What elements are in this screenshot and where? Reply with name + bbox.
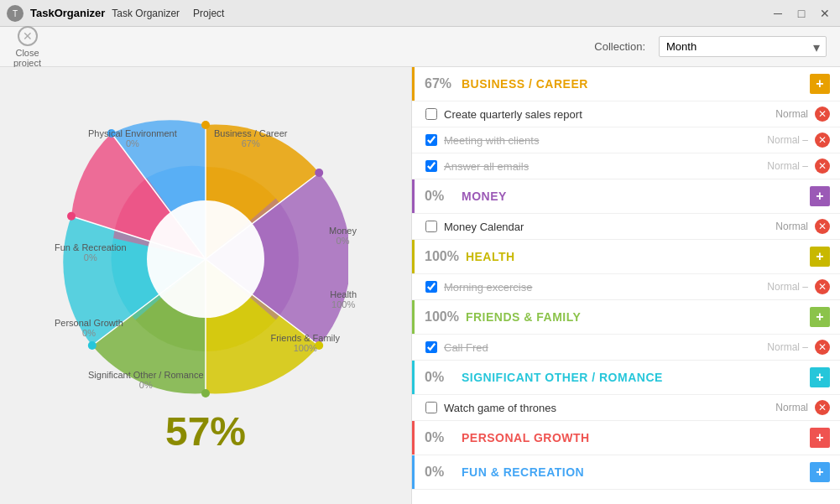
window-controls: ─ □ ✕: [770, 5, 833, 22]
label-friends: Friends & Family100%: [270, 333, 340, 353]
maximize-button[interactable]: □: [793, 5, 810, 22]
task-name: Call Fred: [444, 341, 760, 354]
label-physical: Physical Environment0%: [88, 128, 177, 148]
task-priority: Normal: [775, 402, 808, 413]
category-pct-personal: 0%: [425, 430, 455, 445]
task-checkbox[interactable]: [425, 402, 437, 413]
label-health: Health100%: [330, 289, 357, 309]
toolbar: ✕ Closeproject Collection: Month Week Ye…: [0, 27, 840, 67]
close-window-button[interactable]: ✕: [817, 5, 833, 22]
task-name: Watch game of thrones: [444, 402, 769, 414]
category-money: 0% MONEY + Money Calendar Normal ✕: [412, 179, 840, 240]
close-project-label: Closeproject: [13, 48, 41, 68]
svg-point-10: [201, 121, 210, 129]
task-checkbox[interactable]: [425, 281, 437, 293]
label-business: Business / Career67%: [214, 128, 287, 148]
task-delete-button[interactable]: ✕: [815, 132, 830, 148]
label-romance: Significant Other / Romance0%: [88, 370, 204, 390]
add-task-business-button[interactable]: +: [810, 74, 830, 94]
category-header-romance: 0% SIGNIFICANT OTHER / ROMANCE +: [412, 361, 840, 394]
category-header-money: 0% MONEY +: [412, 179, 840, 213]
label-personal: Personal Growth0%: [55, 318, 123, 338]
category-name-personal: PERSONAL GROWTH: [462, 431, 803, 444]
task-priority: Normal –: [767, 160, 808, 172]
task-checkbox[interactable]: [425, 108, 437, 120]
category-header-personal: 0% PERSONAL GROWTH +: [412, 421, 840, 455]
category-romance: 0% SIGNIFICANT OTHER / ROMANCE + Watch g…: [412, 361, 840, 421]
category-name-health: HEALTH: [466, 250, 803, 263]
task-checkbox[interactable]: [425, 221, 437, 232]
right-panel[interactable]: 67% BUSINESS / CAREER + Create quarterly…: [411, 67, 840, 504]
task-checkbox[interactable]: [425, 134, 437, 146]
category-pct-friends: 100%: [425, 309, 459, 325]
task-delete-button[interactable]: ✕: [815, 400, 830, 415]
task-delete-button[interactable]: ✕: [815, 107, 830, 122]
close-project-button[interactable]: ✕ Closeproject: [13, 26, 41, 68]
category-header-business: 67% BUSINESS / CAREER +: [412, 67, 840, 101]
add-task-health-button[interactable]: +: [810, 247, 830, 267]
menu-bar: Task Organizer Project: [112, 8, 224, 19]
category-name-business: BUSINESS / CAREER: [462, 77, 803, 91]
task-name: Answer all emails: [444, 160, 760, 173]
task-checkbox[interactable]: [425, 341, 437, 353]
title-bar: T TaskOrganizer Task Organizer Project ─…: [0, 0, 840, 27]
collection-select[interactable]: Month Week Year: [659, 36, 827, 57]
svg-text:T: T: [13, 9, 18, 18]
category-pct-business: 67%: [425, 76, 455, 91]
task-row: Call Fred Normal – ✕: [412, 334, 840, 360]
task-row: Money Calendar Normal ✕: [412, 213, 840, 239]
add-task-romance-button[interactable]: +: [810, 367, 830, 387]
task-priority: Normal –: [767, 134, 808, 146]
category-personal: 0% PERSONAL GROWTH +: [412, 421, 840, 455]
label-money: Money0%: [329, 226, 357, 246]
close-icon: ✕: [18, 26, 38, 46]
category-pct-health: 100%: [425, 249, 459, 264]
overall-percent: 57%: [165, 408, 246, 455]
category-name-friends: FRIENDS & FAMILY: [466, 310, 803, 324]
collection-label: Collection:: [594, 40, 645, 53]
task-name: Create quarterly sales report: [444, 108, 769, 121]
task-priority: Normal: [775, 221, 808, 232]
task-priority: Normal: [775, 108, 808, 120]
category-header-health: 100% HEALTH +: [412, 240, 840, 273]
svg-point-14: [88, 341, 97, 350]
add-task-fun-button[interactable]: +: [810, 462, 830, 482]
category-name-money: MONEY: [462, 190, 803, 203]
task-row: Meeting with clients Normal – ✕: [412, 127, 840, 153]
minimize-button[interactable]: ─: [770, 5, 786, 22]
add-task-friends-button[interactable]: +: [810, 307, 830, 327]
menu-task-organizer[interactable]: Task Organizer: [112, 8, 180, 19]
category-header-friends: 100% FRIENDS & FAMILY +: [412, 300, 840, 334]
category-pct-fun: 0%: [425, 465, 455, 480]
task-priority: Normal –: [767, 281, 808, 293]
app-title: TaskOrganizer: [30, 7, 105, 19]
add-task-money-button[interactable]: +: [810, 186, 830, 206]
task-delete-button[interactable]: ✕: [815, 158, 830, 174]
svg-point-11: [315, 169, 323, 177]
category-pct-romance: 0%: [425, 370, 455, 385]
task-checkbox[interactable]: [425, 160, 437, 172]
category-fun: 0% FUN & RECREATION +: [412, 455, 840, 490]
task-delete-button[interactable]: ✕: [815, 340, 830, 355]
menu-project[interactable]: Project: [193, 8, 224, 19]
task-delete-button[interactable]: ✕: [815, 219, 830, 234]
task-name: Money Calendar: [444, 221, 769, 233]
category-friends: 100% FRIENDS & FAMILY + Call Fred Normal…: [412, 300, 840, 361]
wheel-container: Business / Career67% Money0% Health100% …: [63, 117, 348, 402]
category-name-romance: SIGNIFICANT OTHER / ROMANCE: [462, 371, 803, 384]
collection-select-wrapper: Month Week Year: [659, 36, 827, 57]
category-name-fun: FUN & RECREATION: [462, 465, 803, 479]
task-row: Create quarterly sales report Normal ✕: [412, 101, 840, 127]
task-row: Morning excercise Normal – ✕: [412, 273, 840, 299]
category-header-fun: 0% FUN & RECREATION +: [412, 455, 840, 489]
task-name: Meeting with clients: [444, 134, 760, 147]
task-name: Morning excercise: [444, 281, 760, 294]
add-task-personal-button[interactable]: +: [810, 428, 830, 448]
main-content: Business / Career67% Money0% Health100% …: [0, 67, 840, 504]
task-delete-button[interactable]: ✕: [815, 279, 830, 294]
label-fun: Fun & Recreation0%: [55, 242, 127, 262]
svg-point-15: [67, 212, 76, 221]
category-business: 67% BUSINESS / CAREER + Create quarterly…: [412, 67, 840, 179]
left-panel: Business / Career67% Money0% Health100% …: [0, 67, 411, 504]
category-health: 100% HEALTH + Morning excercise Normal –…: [412, 240, 840, 300]
